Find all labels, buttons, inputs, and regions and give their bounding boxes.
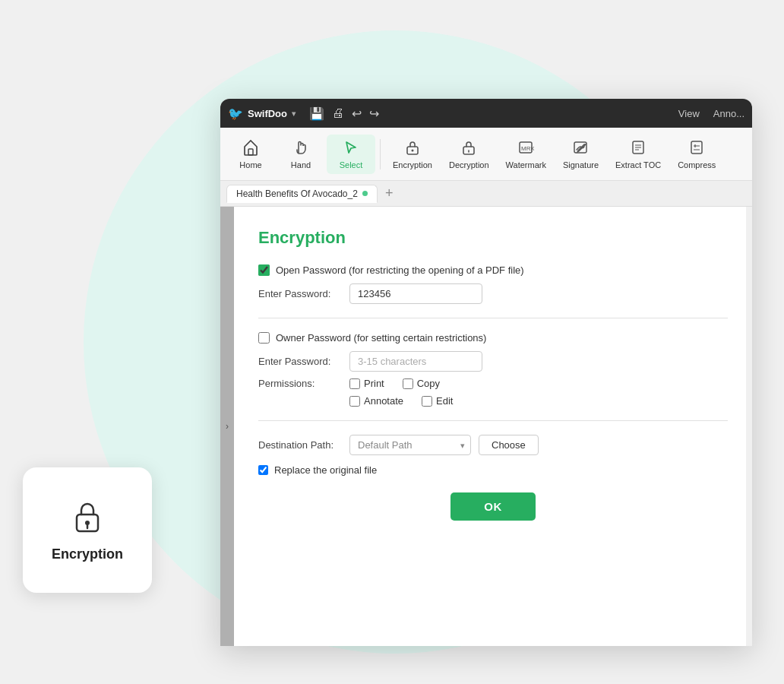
toolbar-item-encryption[interactable]: Encryption	[385, 135, 440, 174]
choose-button[interactable]: Choose	[479, 435, 539, 455]
svg-point-5	[411, 149, 413, 151]
brand-dropdown-icon[interactable]: ▾	[292, 109, 296, 118]
open-password-label: Open Password (for restricting the openi…	[276, 264, 524, 276]
open-password-input[interactable]	[349, 283, 482, 304]
app-brand: 🐦 SwifDoo ▾	[228, 106, 296, 121]
brand-name: SwifDoo	[248, 108, 287, 119]
decryption-label: Decryption	[449, 160, 489, 169]
toolbar-item-hand[interactable]: Hand	[277, 135, 325, 174]
owner-password-input[interactable]	[349, 351, 482, 372]
redo-icon[interactable]: ↪	[369, 106, 379, 121]
toolbar-item-signature[interactable]: Signature	[555, 135, 606, 174]
encryption-card-icon	[68, 498, 107, 537]
encryption-card: Encryption	[23, 467, 152, 593]
perm-annotate-checkbox[interactable]	[349, 396, 360, 407]
watermark-icon: MRK	[517, 139, 534, 159]
hand-icon	[292, 139, 309, 159]
open-password-checkbox[interactable]	[258, 264, 270, 276]
permissions-row: Permissions: Print Copy	[258, 378, 728, 389]
tab-modified-dot	[362, 191, 368, 196]
perm-print-checkbox[interactable]	[349, 378, 360, 389]
perm-print-label: Print	[364, 378, 384, 389]
brand-icon: 🐦	[228, 106, 243, 121]
perm-copy: Copy	[403, 378, 440, 389]
owner-password-field-label: Enter Password:	[258, 356, 342, 367]
app-window: 🐦 SwifDoo ▾ 💾 🖨 ↩ ↪ View Anno... Home Ha…	[220, 99, 752, 646]
destination-label: Destination Path:	[258, 439, 342, 451]
toolbar: Home Hand Select Encryption Decryption	[220, 128, 752, 181]
sidebar-expand-arrow[interactable]: ›	[226, 421, 229, 432]
view-menu[interactable]: View	[678, 108, 700, 119]
permissions-group-1: Print Copy	[349, 378, 440, 389]
toolbar-item-extract-toc[interactable]: Extract TOC	[608, 135, 669, 174]
divider-2	[258, 420, 728, 421]
compress-icon	[688, 139, 705, 159]
svg-rect-3	[248, 149, 253, 155]
replace-original-checkbox[interactable]	[258, 465, 268, 475]
tab-label: Health Benefits Of Avocado_2	[236, 188, 358, 199]
toolbar-item-decryption[interactable]: Decryption	[441, 135, 497, 174]
toolbar-item-home[interactable]: Home	[226, 135, 275, 174]
title-bar: 🐦 SwifDoo ▾ 💾 🖨 ↩ ↪ View Anno...	[220, 99, 752, 128]
perm-annotate-label: Annotate	[364, 395, 403, 407]
content-area: › Encryption Open Password (for restrict…	[220, 207, 752, 646]
permissions-group-2: Annotate Edit	[349, 395, 453, 407]
owner-password-input-row: Enter Password:	[258, 351, 728, 372]
select-icon	[343, 139, 359, 159]
scrollbar-hint	[746, 207, 752, 646]
perm-print: Print	[349, 378, 384, 389]
home-icon	[242, 139, 259, 159]
perm-copy-label: Copy	[417, 378, 440, 389]
encryption-card-label: Encryption	[52, 546, 123, 562]
print-icon[interactable]: 🖨	[332, 106, 344, 120]
extract-toc-label: Extract TOC	[615, 160, 661, 169]
undo-icon[interactable]: ↩	[352, 106, 362, 121]
owner-password-label: Owner Password (for setting certain rest…	[276, 332, 486, 344]
svg-text:MRK: MRK	[521, 145, 534, 152]
toolbar-item-watermark[interactable]: MRK Watermark	[498, 135, 554, 174]
toolbar-item-select[interactable]: Select	[327, 135, 375, 174]
save-icon[interactable]: 💾	[309, 106, 324, 121]
permissions-label: Permissions:	[258, 378, 342, 389]
perm-copy-checkbox[interactable]	[403, 378, 413, 389]
owner-password-section: Owner Password (for setting certain rest…	[258, 332, 728, 407]
toolbar-item-compress[interactable]: Compress	[670, 135, 723, 174]
extract-toc-icon	[630, 139, 646, 159]
compress-label: Compress	[678, 160, 716, 169]
anno-menu[interactable]: Anno...	[713, 108, 744, 119]
encryption-icon	[404, 139, 421, 159]
perm-annotate: Annotate	[349, 395, 403, 407]
encryption-label: Encryption	[393, 160, 432, 169]
replace-original-label: Replace the original file	[274, 464, 377, 476]
title-bar-actions: 💾 🖨 ↩ ↪	[309, 106, 379, 121]
perm-edit: Edit	[422, 395, 453, 407]
tab-health-benefits[interactable]: Health Benefits Of Avocado_2	[226, 185, 378, 203]
title-bar-right: View Anno...	[678, 108, 744, 119]
watermark-label: Watermark	[506, 160, 546, 169]
destination-row: Destination Path: Default Path Choose	[258, 435, 728, 455]
sidebar: ›	[220, 207, 234, 646]
ok-button[interactable]: OK	[450, 492, 536, 521]
tab-bar: Health Benefits Of Avocado_2 +	[220, 181, 752, 207]
signature-icon	[572, 139, 589, 159]
encryption-dialog: Encryption Open Password (for restrictin…	[234, 207, 752, 646]
open-password-input-row: Enter Password:	[258, 283, 728, 304]
hand-label: Hand	[291, 160, 311, 169]
open-password-checkbox-row: Open Password (for restricting the openi…	[258, 264, 728, 276]
home-label: Home	[239, 160, 261, 169]
destination-select-wrapper: Default Path	[349, 435, 471, 455]
destination-path-select[interactable]: Default Path	[349, 435, 471, 455]
divider-1	[258, 318, 728, 318]
replace-original-row: Replace the original file	[258, 464, 728, 476]
perm-edit-checkbox[interactable]	[422, 396, 432, 407]
signature-label: Signature	[563, 160, 599, 169]
toolbar-separator-1	[380, 139, 381, 169]
tab-add-button[interactable]: +	[381, 185, 398, 201]
decryption-icon	[460, 139, 477, 159]
owner-password-checkbox[interactable]	[258, 332, 270, 344]
svg-rect-9	[574, 142, 586, 153]
permissions-row-2: Annotate Edit	[349, 395, 728, 407]
owner-password-checkbox-row: Owner Password (for setting certain rest…	[258, 332, 728, 344]
open-password-field-label: Enter Password:	[258, 288, 342, 299]
dialog-title: Encryption	[258, 228, 728, 248]
